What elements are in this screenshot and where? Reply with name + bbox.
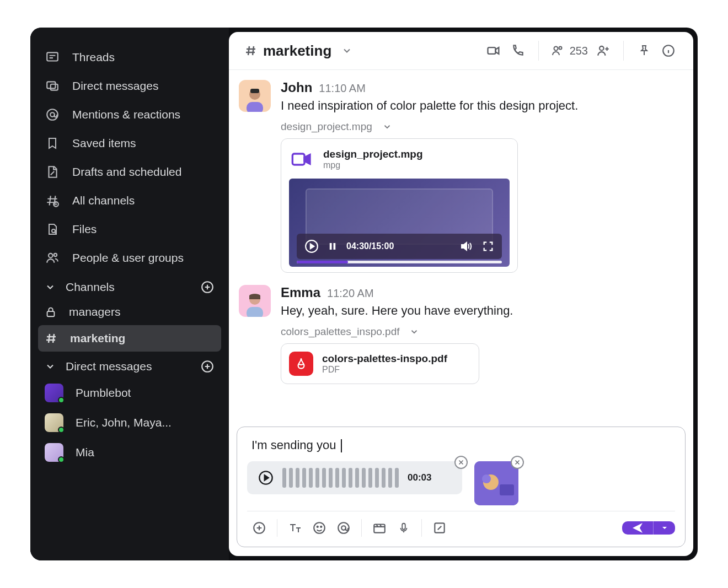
avatar[interactable] — [239, 285, 271, 317]
add-member-icon[interactable] — [593, 41, 612, 60]
composer-text: I'm sending you — [251, 438, 340, 452]
audio-duration: 00:03 — [408, 472, 431, 483]
format-text-icon[interactable] — [283, 517, 307, 539]
mention-icon[interactable] — [331, 517, 356, 539]
nav-threads[interactable]: Threads — [38, 43, 221, 72]
microphone-icon[interactable] — [392, 517, 416, 539]
volume-icon[interactable] — [459, 240, 473, 253]
send-button-dropdown[interactable] — [653, 521, 675, 535]
message-text: Hey, yeah, sure. Here you have everythin… — [281, 304, 676, 318]
fullscreen-icon[interactable] — [482, 240, 494, 252]
svg-rect-2 — [51, 84, 58, 90]
chevron-down-icon — [409, 327, 419, 337]
avatar[interactable] — [239, 80, 271, 112]
svg-rect-18 — [250, 89, 259, 93]
pdf-filename: colors-palettes-inspo.pdf — [322, 353, 447, 365]
svg-rect-12 — [488, 47, 495, 54]
svg-point-32 — [314, 522, 325, 533]
lock-icon — [45, 305, 57, 319]
attachment-label-row[interactable]: design_project.mpg — [281, 121, 676, 133]
audio-call-icon[interactable] — [508, 41, 527, 60]
add-attachment-icon[interactable] — [247, 517, 271, 539]
nav-all-channels[interactable]: All channels — [38, 186, 221, 215]
remove-audio-icon[interactable] — [454, 456, 468, 469]
pause-icon[interactable] — [328, 240, 338, 252]
pdf-attachment-card[interactable]: colors-palettes-inspo.pdf PDF — [281, 343, 479, 384]
mentions-icon — [45, 107, 60, 122]
nav-label: Saved items — [72, 137, 136, 150]
audio-attachment-chip[interactable]: 00:03 — [247, 461, 462, 494]
svg-point-3 — [47, 109, 58, 120]
play-icon[interactable] — [258, 470, 274, 485]
dm-pumblebot[interactable]: Pumblebot — [38, 378, 221, 408]
attachment-label-row[interactable]: colors_palettes_inspo.pdf — [281, 326, 676, 338]
info-icon[interactable] — [659, 41, 678, 60]
pdf-icon — [289, 352, 313, 376]
pin-icon[interactable] — [635, 41, 654, 60]
nav-label: People & user groups — [72, 251, 184, 265]
send-button-main[interactable] — [622, 521, 653, 535]
message-author[interactable]: Emma — [281, 285, 320, 300]
avatar — [45, 384, 63, 402]
send-button — [622, 521, 675, 535]
channel-label: marketing — [70, 332, 125, 345]
svg-rect-10 — [47, 311, 55, 316]
member-count[interactable]: 253 — [550, 44, 588, 57]
svg-rect-20 — [292, 154, 304, 165]
channel-name: marketing — [263, 42, 331, 60]
nav-direct-messages[interactable]: Direct messages — [38, 72, 221, 100]
nav-saved[interactable]: Saved items — [38, 129, 221, 158]
nav-people[interactable]: People & user groups — [38, 244, 221, 272]
chevron-down-icon — [382, 122, 392, 132]
dm-section-header[interactable]: Direct messages — [38, 352, 221, 378]
emoji-icon[interactable] — [307, 517, 331, 539]
channels-section-header[interactable]: Channels — [38, 272, 221, 299]
message-author[interactable]: John — [281, 80, 312, 95]
video-call-icon[interactable] — [484, 41, 503, 60]
channel-marketing[interactable]: marketing — [38, 325, 221, 352]
message-list: John 11:10 AM I need inspiration of colo… — [229, 70, 693, 421]
nav-label: Threads — [72, 51, 115, 64]
video-attachment-card[interactable]: design_project.mpg mpg 04:30/15:00 — [281, 138, 518, 273]
dm-group[interactable]: Eric, John, Maya... — [38, 408, 221, 438]
text-cursor — [341, 439, 342, 452]
play-icon[interactable] — [304, 239, 319, 253]
video-progress[interactable] — [297, 261, 502, 263]
attachment-filename: design_project.mpg — [281, 121, 372, 133]
dm-label: Pumblebot — [76, 386, 131, 400]
composer-toolbar — [247, 511, 675, 547]
svg-rect-22 — [330, 243, 332, 250]
video-preview[interactable]: 04:30/15:00 — [289, 179, 510, 267]
dm-mia[interactable]: Mia — [38, 438, 221, 467]
files-icon — [45, 222, 60, 237]
composer-input[interactable]: I'm sending you — [247, 435, 675, 458]
image-attachment-chip[interactable] — [474, 461, 518, 505]
nav-mentions[interactable]: Mentions & reactions — [38, 100, 221, 129]
attachment-filename: colors_palettes_inspo.pdf — [281, 326, 399, 338]
avatar — [45, 443, 63, 462]
channel-title[interactable]: marketing — [244, 42, 352, 60]
svg-rect-25 — [247, 307, 263, 317]
svg-point-8 — [54, 253, 57, 256]
svg-point-13 — [554, 47, 558, 51]
svg-point-34 — [320, 526, 322, 527]
message-time: 11:10 AM — [319, 82, 366, 95]
video-clip-icon[interactable] — [367, 517, 392, 539]
chevron-down-icon — [45, 282, 56, 293]
svg-rect-19 — [247, 102, 263, 112]
video-file-icon — [289, 147, 314, 172]
nav-drafts[interactable]: Drafts and scheduled — [38, 158, 221, 186]
channel-managers[interactable]: managers — [38, 299, 221, 325]
channel-label: managers — [69, 305, 120, 319]
canvas-icon[interactable] — [427, 517, 452, 539]
hash-icon — [244, 44, 258, 57]
add-dm-icon[interactable] — [200, 359, 215, 374]
video-filename: design_project.mpg — [323, 148, 423, 160]
channel-header: marketing 253 — [229, 32, 693, 70]
message-text: I need inspiration of color palette for … — [281, 99, 676, 113]
add-channel-icon[interactable] — [200, 280, 215, 294]
nav-files[interactable]: Files — [38, 215, 221, 244]
presence-dot — [58, 397, 65, 403]
remove-image-icon[interactable] — [511, 456, 524, 469]
svg-point-15 — [599, 46, 604, 51]
